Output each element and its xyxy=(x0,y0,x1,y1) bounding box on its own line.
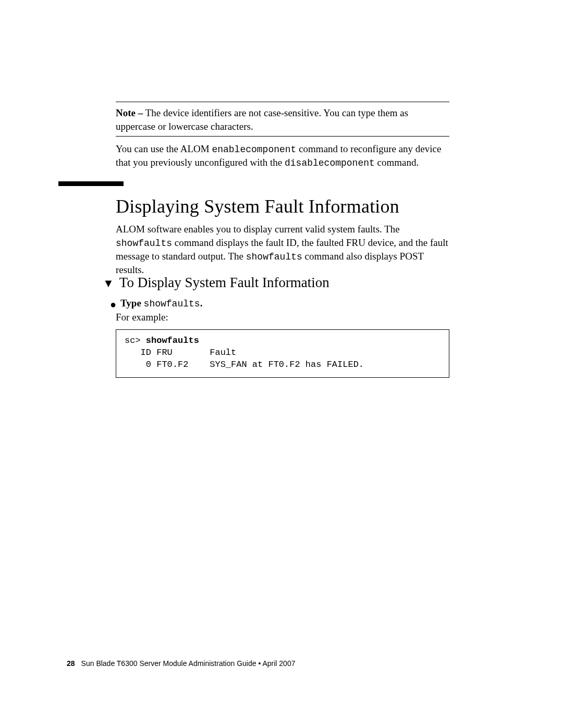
step-row: ● Type showfaults. xyxy=(110,297,449,310)
code-line: 0 FT0.F2 SYS_FAN at FT0.F2 has FAILED. xyxy=(125,360,364,369)
step-tail: . xyxy=(200,298,203,309)
text: ALOM software enables you to display cur… xyxy=(116,224,400,235)
prompt: sc> xyxy=(125,336,146,346)
heading-2-row: ▼ To Display System Fault Information xyxy=(103,273,449,292)
note-text: The device identifiers are not case-sens… xyxy=(116,107,408,132)
code-inline: enablecomponent xyxy=(212,144,296,155)
code-inline: disablecomponent xyxy=(285,158,375,168)
page: Note – The device identifiers are not ca… xyxy=(0,0,563,728)
code-inline: showfaults xyxy=(246,252,302,262)
code-line: ID FRU Fault xyxy=(125,348,236,357)
text: You can use the ALOM xyxy=(116,143,212,154)
example-lead: For example: xyxy=(116,311,168,324)
text: command. xyxy=(375,157,419,168)
heading-1: Displaying System Fault Information xyxy=(116,194,449,219)
section-bar xyxy=(58,181,124,186)
footer-title: Sun Blade T6300 Server Module Administra… xyxy=(81,659,296,668)
step-text: Type showfaults. xyxy=(120,297,202,310)
note-label: Note – xyxy=(116,107,143,118)
heading-2: To Display System Fault Information xyxy=(119,273,329,292)
code-inline: showfaults xyxy=(116,238,172,249)
code-inline: showfaults xyxy=(144,299,200,309)
bullet-icon: ● xyxy=(110,299,116,310)
paragraph-enablecomponent: You can use the ALOM enablecomponent com… xyxy=(116,142,449,170)
footer: 28Sun Blade T6300 Server Module Administ… xyxy=(67,659,449,669)
rule-bottom xyxy=(116,136,449,137)
code-cmd: showfaults xyxy=(146,336,199,346)
procedure-marker-icon: ▼ xyxy=(103,278,114,289)
code-block: sc> showfaults ID FRU Fault 0 FT0.F2 SYS… xyxy=(116,329,449,378)
step-label: Type xyxy=(120,298,144,309)
page-number: 28 xyxy=(67,659,75,668)
note-body: Note – The device identifiers are not ca… xyxy=(116,102,449,136)
note-block: Note – The device identifiers are not ca… xyxy=(116,102,449,137)
paragraph-intro: ALOM software enables you to display cur… xyxy=(116,223,449,277)
